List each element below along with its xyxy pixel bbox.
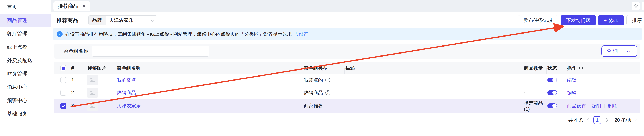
sidebar-item-label: 餐厅管理 <box>7 30 28 38</box>
menu-group-name-link[interactable]: 我的常点 <box>117 77 136 83</box>
sidebar-item-label: 商品管理 <box>7 17 28 24</box>
divider <box>589 104 589 108</box>
sidebar-item-restaurant-management[interactable]: 餐厅管理 <box>0 28 51 40</box>
info-icon: i <box>57 31 62 37</box>
tabbar-tools <box>632 2 643 10</box>
brand-select-label: 品牌 <box>89 16 106 25</box>
divider <box>604 104 605 108</box>
row-index: 1 <box>70 77 86 83</box>
page-title: 推荐商品 <box>56 17 78 24</box>
go-to-settings-link[interactable]: 去设置 <box>294 31 308 37</box>
menu-group-type: 商家推荐 <box>304 103 323 109</box>
status-toggle[interactable] <box>548 90 557 95</box>
column-header-index: # <box>70 66 86 71</box>
chevron-down-icon <box>634 118 637 121</box>
plus-icon: + <box>604 18 607 23</box>
query-button[interactable]: 查 询 <box>602 46 623 56</box>
quantity-cell: 指定商品(1) <box>523 100 546 112</box>
sidebar: 首页 商品管理 餐厅管理 线上点餐 外卖及配送 财务管理 消息中心 预警中心 基… <box>0 0 51 136</box>
sidebar-item-message-center[interactable]: 消息中心 <box>0 81 51 94</box>
menu-group-name-link[interactable]: 天津农家乐 <box>117 103 141 109</box>
menu-group-name-input[interactable] <box>92 46 209 56</box>
row-checkbox[interactable] <box>60 103 66 109</box>
edit-link[interactable]: 编辑 <box>592 103 602 109</box>
sidebar-item-label: 外卖及配送 <box>7 57 32 64</box>
status-toggle[interactable] <box>548 103 557 108</box>
sidebar-item-label: 首页 <box>7 4 17 11</box>
menu-group-name-link[interactable]: 热销商品 <box>117 90 136 96</box>
add-button[interactable]: + 添加 <box>598 15 624 26</box>
page-size-value: 20 条/页 <box>614 117 632 123</box>
column-header-quantity: 商品数量 <box>523 65 546 71</box>
tag-image-placeholder <box>88 101 98 111</box>
search-panel: 菜单组名称 查 询 ··· <box>54 44 640 58</box>
partial-toolbar-button[interactable] <box>642 2 644 10</box>
menu-group-table: # 标签图片 菜单组名称 菜单组类型 描述 商品数量 状态 操作 ⚙ 1 我的常… <box>54 62 640 113</box>
product-settings-link[interactable]: 商品设置 <box>567 103 586 109</box>
tag-image-placeholder <box>88 75 98 85</box>
table-row: 1 我的常点 我常点的? - 编辑 <box>54 74 640 86</box>
row-checkbox[interactable] <box>60 90 66 96</box>
edit-link[interactable]: 编辑 <box>567 77 576 83</box>
sidebar-item-label: 线上点餐 <box>7 44 28 51</box>
sidebar-item-label: 基础服务 <box>7 110 28 118</box>
brand-select-value: 天津农家乐 <box>106 17 151 24</box>
table-row-selected: 3 天津农家乐 商家推荐 指定商品(1) 商品设置 编辑 删除 <box>54 99 640 113</box>
column-header-group-type: 菜单组类型 <box>303 65 344 71</box>
tab-label: 推荐商品 <box>58 3 78 10</box>
sidebar-item-delivery[interactable]: 外卖及配送 <box>0 54 51 67</box>
menu-group-name-label: 菜单组名称 <box>64 48 88 54</box>
header-buttons: 发布任务记录 下发到门店 + 添加 排序 <box>518 15 644 26</box>
chevron-right-icon[interactable] <box>604 118 608 122</box>
publish-task-record-button[interactable]: 发布任务记录 <box>518 15 558 26</box>
info-banner: i 在设置商品推荐策略后，需到集团视角 - 线上点餐 - 网站管理，装修中心内点… <box>53 28 642 40</box>
total-count: 共 4 条 <box>568 117 583 123</box>
chevron-down-icon <box>151 18 154 22</box>
query-button-group: 查 询 ··· <box>601 46 637 57</box>
sidebar-item-label: 财务管理 <box>7 70 28 78</box>
sidebar-item-product-management[interactable]: 商品管理 <box>0 14 51 27</box>
quantity-cell: - <box>523 77 546 83</box>
page-size-select[interactable]: 20 条/页 <box>612 116 640 124</box>
page-number-button[interactable]: 1 <box>594 116 601 124</box>
close-icon[interactable]: × <box>82 4 86 9</box>
row-actions: 商品设置 编辑 删除 <box>567 103 617 109</box>
more-options-button[interactable]: ··· <box>623 46 637 56</box>
page-header: 推荐商品 品牌 天津农家乐 发布任务记录 下发到门店 + 添加 排序 <box>51 12 644 28</box>
broom-icon <box>633 3 638 9</box>
sort-button[interactable]: 排序 <box>626 15 644 26</box>
column-header-tag-image: 标签图片 <box>86 65 116 71</box>
column-header-actions: 操作 ⚙ <box>566 65 640 71</box>
status-toggle[interactable] <box>548 78 557 82</box>
help-icon[interactable]: ? <box>325 90 330 95</box>
sidebar-item-label: 消息中心 <box>7 84 28 91</box>
tab-recommended-products[interactable]: 推荐商品 × <box>53 2 90 11</box>
table-header: # 标签图片 菜单组名称 菜单组类型 描述 商品数量 状态 操作 ⚙ <box>54 62 640 74</box>
chevron-left-icon[interactable] <box>586 118 590 122</box>
delete-link[interactable]: 删除 <box>608 103 617 109</box>
tab-bar: 推荐商品 × <box>51 0 644 12</box>
column-settings-gear-icon[interactable]: ⚙ <box>579 66 584 71</box>
clear-cache-button[interactable] <box>632 2 640 10</box>
select-all-checkbox[interactable] <box>60 65 66 71</box>
column-header-group-name: 菜单组名称 <box>116 65 303 71</box>
content-panel: 推荐商品 品牌 天津农家乐 发布任务记录 下发到门店 + 添加 排序 i 在设置… <box>51 12 644 136</box>
sidebar-item-basic-services[interactable]: 基础服务 <box>0 108 51 120</box>
column-header-status: 状态 <box>546 65 566 71</box>
help-icon[interactable]: ? <box>325 78 330 82</box>
column-header-description: 描述 <box>344 65 523 71</box>
pagination: 共 4 条 1 20 条/页 <box>51 116 640 124</box>
brand-select[interactable]: 品牌 天津农家乐 <box>88 16 157 25</box>
sidebar-item-finance[interactable]: 财务管理 <box>0 68 51 80</box>
edit-link[interactable]: 编辑 <box>567 90 576 96</box>
table-row: 2 热销商品 热销商品? - 编辑 <box>54 86 640 99</box>
sidebar-item-online-ordering[interactable]: 线上点餐 <box>0 41 51 54</box>
sidebar-item-home[interactable]: 首页 <box>0 1 51 14</box>
dispatch-to-store-button[interactable]: 下发到门店 <box>560 15 596 26</box>
sidebar-item-alert-center[interactable]: 预警中心 <box>0 94 51 107</box>
banner-text: 在设置商品推荐策略后，需到集团视角 - 线上点餐 - 网站管理，装修中心内点餐页… <box>65 31 292 37</box>
row-checkbox[interactable] <box>60 77 66 83</box>
row-index: 2 <box>70 90 86 95</box>
menu-group-type: 热销商品 <box>304 90 323 96</box>
tag-image-placeholder <box>88 88 98 98</box>
